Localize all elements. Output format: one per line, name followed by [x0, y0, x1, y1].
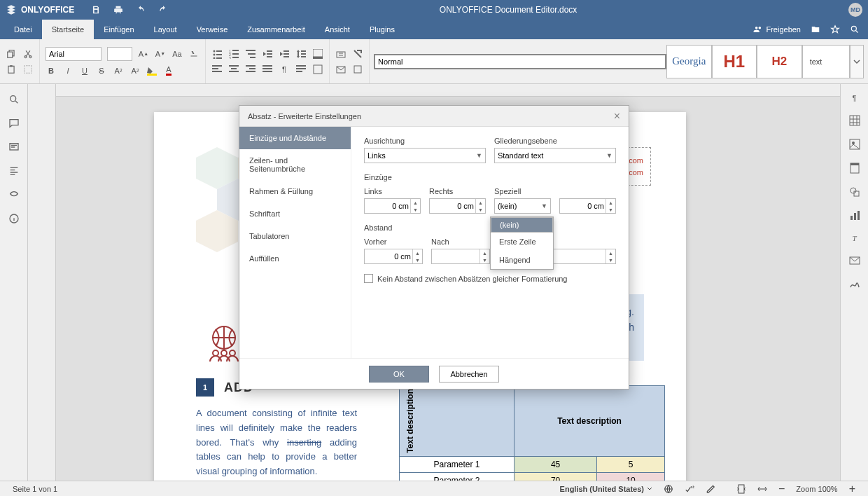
chat-icon[interactable]: [8, 142, 20, 153]
tab-zusammenarbeit[interactable]: Zusammenarbeit: [237, 20, 315, 39]
strike-icon[interactable]: S: [96, 65, 107, 76]
dropdown-option-hanging[interactable]: Hängend: [491, 251, 553, 269]
nonprinting-icon[interactable]: ¶: [279, 64, 290, 75]
font-name-input[interactable]: [46, 47, 102, 61]
vertical-ruler[interactable]: [28, 84, 56, 481]
dialog-titlebar[interactable]: Absatz - Erweiterte Einstellungen ×: [239, 106, 629, 127]
track-changes-icon[interactable]: [706, 484, 715, 494]
copy-icon[interactable]: [6, 48, 17, 60]
nav-borders-fill[interactable]: Rahmen & Füllung: [239, 180, 351, 202]
page-status[interactable]: Seite 1 von 1: [13, 485, 57, 493]
zoom-out-icon[interactable]: −: [778, 483, 785, 495]
tab-ansicht[interactable]: Ansicht: [315, 20, 360, 39]
no-space-checkbox[interactable]: Kein Abstand zwischen Absätzen gleicher …: [364, 274, 616, 283]
line-spacing-icon[interactable]: [295, 48, 307, 60]
highlight-more-icon[interactable]: [188, 48, 200, 60]
header-footer-icon[interactable]: [849, 163, 860, 174]
underline-icon[interactable]: U: [79, 65, 90, 76]
image-settings-icon[interactable]: [849, 139, 860, 150]
dropdown-option-firstline[interactable]: Erste Zeile: [491, 233, 553, 251]
user-avatar[interactable]: MD: [848, 3, 862, 17]
style-expand-icon[interactable]: [850, 45, 864, 78]
undo-icon[interactable]: [136, 5, 146, 15]
find-icon[interactable]: [8, 94, 20, 105]
align-center-icon[interactable]: [228, 64, 239, 75]
italic-icon[interactable]: I: [62, 65, 74, 76]
save-icon[interactable]: [91, 5, 101, 15]
set-lang-icon[interactable]: [664, 484, 673, 494]
feedback-icon[interactable]: [8, 189, 20, 200]
signature-settings-icon[interactable]: [849, 279, 860, 290]
print-icon[interactable]: [113, 5, 123, 15]
tab-datei[interactable]: Datei: [4, 20, 42, 39]
subscript-icon[interactable]: A2: [130, 65, 141, 76]
align-left-icon[interactable]: [211, 64, 223, 75]
mailmerge-settings-icon[interactable]: [849, 255, 860, 266]
tab-startseite[interactable]: Startseite: [42, 20, 94, 39]
style-text[interactable]: text: [802, 45, 850, 78]
bullets-icon[interactable]: [211, 48, 223, 60]
tab-layout[interactable]: Layout: [144, 20, 187, 39]
navigation-icon[interactable]: [8, 165, 20, 177]
borders-icon[interactable]: [312, 64, 323, 75]
tab-verweise[interactable]: Verweise: [187, 20, 238, 39]
share-button[interactable]: Freigeben: [753, 25, 801, 34]
textart-settings-icon[interactable]: T: [852, 234, 856, 242]
tab-plugins[interactable]: Plugins: [360, 20, 405, 39]
indent-left-input[interactable]: 0 cm▲▼: [364, 198, 421, 214]
multilevel-icon[interactable]: [245, 48, 256, 60]
style-h1[interactable]: H1: [712, 45, 757, 78]
comments-icon[interactable]: [8, 118, 20, 129]
shape-settings-icon[interactable]: [849, 186, 860, 198]
cut-icon[interactable]: [22, 48, 34, 60]
highlight-color-icon[interactable]: [146, 65, 158, 76]
shading-icon[interactable]: [312, 48, 323, 60]
redo-icon[interactable]: [158, 5, 168, 15]
inc-indent-icon[interactable]: [279, 48, 290, 60]
table-settings-icon[interactable]: [849, 115, 860, 126]
about-icon[interactable]: [8, 213, 20, 224]
spellcheck-icon[interactable]: abc: [685, 484, 694, 494]
style-h2[interactable]: H2: [757, 45, 802, 78]
align-right-icon[interactable]: [245, 64, 256, 75]
nav-tabs[interactable]: Tabulatoren: [239, 225, 351, 247]
open-location-icon[interactable]: [811, 25, 820, 34]
horizontal-ruler[interactable]: [56, 84, 840, 97]
close-icon[interactable]: ×: [614, 110, 620, 123]
style-normal[interactable]: Normal: [374, 54, 666, 69]
numbering-icon[interactable]: 123: [228, 48, 239, 60]
style-georgia[interactable]: Georgia: [666, 45, 712, 78]
dec-indent-icon[interactable]: [262, 48, 273, 60]
favorite-icon[interactable]: [830, 25, 840, 34]
cancel-button[interactable]: Abbrechen: [439, 366, 499, 383]
mailmerge-icon[interactable]: [335, 64, 346, 75]
bold-icon[interactable]: B: [46, 65, 57, 76]
zoom-label[interactable]: Zoom 100%: [796, 485, 837, 493]
fit-width-icon[interactable]: [757, 484, 767, 494]
paste-icon[interactable]: [6, 64, 17, 75]
para-settings-icon[interactable]: [295, 64, 307, 75]
dropdown-option-none[interactable]: (kein): [491, 217, 553, 233]
font-color-icon[interactable]: A: [163, 65, 174, 76]
nav-indents-spacing[interactable]: Einzüge und Abstände: [239, 127, 351, 149]
language-status[interactable]: English (United States): [560, 485, 652, 493]
special-indent-by-input[interactable]: 0 cm▲▼: [559, 198, 616, 214]
special-indent-select[interactable]: (kein)▼: [494, 198, 551, 214]
spacing-after-input[interactable]: ▲▼: [431, 249, 490, 264]
search-icon[interactable]: [850, 25, 860, 34]
zoom-in-icon[interactable]: +: [849, 483, 855, 495]
nav-font[interactable]: Schriftart: [239, 202, 351, 225]
superscript-icon[interactable]: A2: [113, 65, 124, 76]
insert-field-icon[interactable]: [335, 48, 346, 60]
clear-style-icon[interactable]: [352, 48, 363, 60]
align-justify-icon[interactable]: [262, 64, 273, 75]
select-all-icon[interactable]: [22, 64, 34, 75]
indent-right-input[interactable]: 0 cm▲▼: [429, 198, 486, 214]
outline-select[interactable]: Standard text▼: [494, 148, 616, 163]
alignment-select[interactable]: Links▼: [364, 148, 486, 163]
font-size-input[interactable]: [107, 47, 132, 61]
change-case-icon[interactable]: Aa: [172, 48, 183, 60]
paragraph-settings-icon[interactable]: ¶: [853, 94, 857, 102]
insert-object-icon[interactable]: [352, 64, 363, 75]
fit-page-icon[interactable]: [736, 484, 746, 494]
